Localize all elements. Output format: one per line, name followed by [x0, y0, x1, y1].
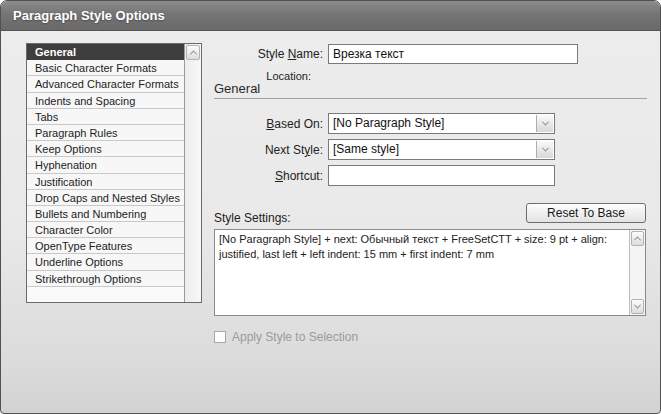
settings-scroll-up-button[interactable]	[631, 231, 644, 246]
title-bar[interactable]: Paragraph Style Options	[1, 1, 660, 31]
next-style-dropdown-button[interactable]	[536, 141, 553, 158]
list-item-drop-caps-and-nested-styles[interactable]: Drop Caps and Nested Styles	[27, 190, 184, 206]
category-list-items: General Basic Character Formats Advanced…	[27, 44, 184, 302]
category-list: General Basic Character Formats Advanced…	[26, 43, 202, 303]
next-style-dropdown[interactable]: [Same style]	[328, 139, 555, 160]
section-title: General	[214, 81, 260, 96]
shortcut-label: Shortcut:	[211, 169, 323, 183]
chevron-down-icon	[634, 302, 641, 309]
list-item-keep-options[interactable]: Keep Options	[27, 141, 184, 157]
list-item-opentype-features[interactable]: OpenType Features	[27, 238, 184, 254]
chevron-up-icon	[634, 236, 641, 243]
chevron-down-icon	[541, 145, 548, 152]
settings-scroll-down-button[interactable]	[631, 299, 644, 314]
based-on-dropdown-button[interactable]	[536, 115, 553, 132]
style-settings-box: [No Paragraph Style] + next: Обычный тек…	[214, 229, 646, 316]
apply-style-checkbox[interactable]	[214, 331, 226, 343]
style-settings-label: Style Settings:	[214, 211, 291, 225]
settings-scrollbar[interactable]	[629, 230, 645, 315]
list-item-bullets-and-numbering[interactable]: Bullets and Numbering	[27, 206, 184, 222]
section-divider	[214, 98, 647, 99]
list-item-paragraph-rules[interactable]: Paragraph Rules	[27, 125, 184, 141]
list-item-justification[interactable]: Justification	[27, 174, 184, 190]
list-item-hyphenation[interactable]: Hyphenation	[27, 157, 184, 173]
chevron-up-icon	[189, 50, 196, 57]
style-settings-text: [No Paragraph Style] + next: Обычный тек…	[215, 230, 628, 315]
dialog-body: General Basic Character Formats Advanced…	[1, 31, 660, 413]
list-item-underline-options[interactable]: Underline Options	[27, 254, 184, 270]
chevron-down-icon	[541, 119, 548, 126]
list-item-basic-character-formats[interactable]: Basic Character Formats	[27, 60, 184, 76]
list-item-indents-and-spacing[interactable]: Indents and Spacing	[27, 93, 184, 109]
scroll-up-button[interactable]	[186, 45, 200, 60]
next-style-value: [Same style]	[333, 142, 534, 156]
next-style-label: Next Style:	[211, 143, 323, 157]
based-on-value: [No Paragraph Style]	[333, 116, 534, 130]
reset-to-base-button[interactable]: Reset To Base	[526, 203, 646, 223]
apply-style-checkbox-label: Apply Style to Selection	[232, 330, 358, 344]
based-on-dropdown[interactable]: [No Paragraph Style]	[328, 113, 555, 134]
list-scrollbar[interactable]	[184, 44, 201, 302]
window-title: Paragraph Style Options	[13, 8, 165, 23]
list-item-advanced-character-formats[interactable]: Advanced Character Formats	[27, 76, 184, 92]
style-name-label: Style Name:	[211, 47, 323, 61]
style-name-input[interactable]	[328, 44, 578, 64]
list-item-strikethrough-options[interactable]: Strikethrough Options	[27, 271, 184, 287]
list-item-general[interactable]: General	[27, 44, 184, 60]
list-item-character-color[interactable]: Character Color	[27, 222, 184, 238]
paragraph-style-options-dialog: Paragraph Style Options General Basic Ch…	[0, 0, 661, 414]
based-on-label: Based On:	[211, 117, 323, 131]
list-item-tabs[interactable]: Tabs	[27, 109, 184, 125]
shortcut-input[interactable]	[328, 165, 555, 186]
